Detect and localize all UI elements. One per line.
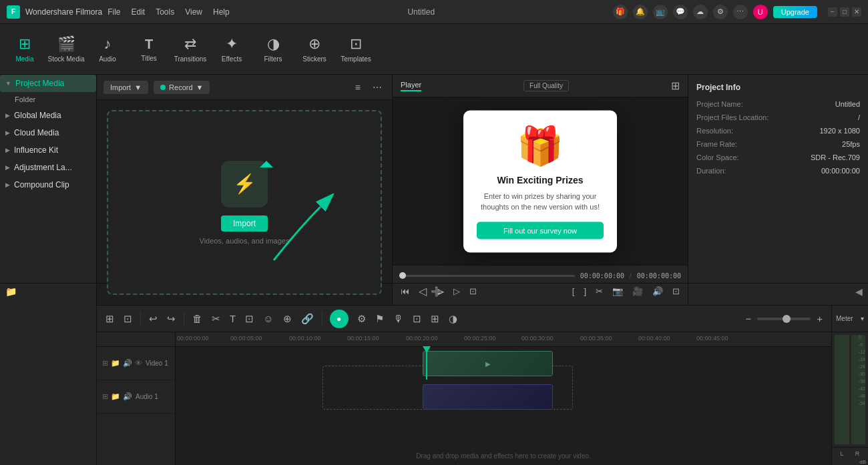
info-resolution-value: 1920 x 1080 (819, 127, 860, 135)
zoom-out-button[interactable]: − (742, 311, 754, 326)
add-track-button[interactable]: ⊞ (102, 311, 118, 327)
compound-clip-header[interactable]: ▶ Compound Clip (0, 176, 96, 193)
cloud-media-label: Cloud Media (14, 128, 59, 137)
color-button[interactable]: ◑ (445, 311, 461, 327)
folder-item[interactable]: Folder (0, 92, 96, 107)
icon-dots[interactable]: ⋯ (733, 5, 748, 19)
video-track-mute-icon[interactable]: 🔊 (123, 359, 132, 368)
video-track-add-icon[interactable]: ⊞ (102, 359, 108, 368)
icon-bell[interactable]: 🔔 (633, 5, 648, 19)
mark-button[interactable]: ⚑ (372, 311, 387, 327)
zoom-section: − + (742, 311, 826, 326)
user-avatar[interactable]: U (753, 5, 768, 19)
more-options-icon[interactable]: ⋯ (369, 81, 385, 94)
global-media-header[interactable]: ▶ Global Media (0, 107, 96, 124)
media-icon: ⊞ (19, 35, 31, 53)
menu-view[interactable]: View (185, 7, 202, 17)
effects-label: Effects (222, 55, 242, 63)
menu-file[interactable]: File (107, 7, 120, 17)
toolbar-titles[interactable]: T Titles (130, 29, 168, 69)
bolt-icon: ⚡ (233, 173, 256, 195)
quality-button[interactable]: Full Quality (523, 80, 569, 91)
audio-track-folder-icon[interactable]: 📁 (111, 392, 120, 401)
meter-db-labels: 0 -6 -12 -18 -24 -30 -36 -42 -48 -54 (859, 335, 865, 406)
audio-track-label: ⊞ 📁 🔊 Audio 1 (97, 380, 175, 414)
maximize-button[interactable]: □ (840, 7, 849, 17)
split-button-tl[interactable]: ✂ (208, 311, 224, 327)
import-button[interactable]: Import ▼ (103, 81, 148, 94)
meter-header: Meter ▾ (832, 306, 868, 332)
subtitle-button[interactable]: ⊡ (409, 311, 425, 327)
channel-L: L (841, 450, 844, 457)
track-select-button[interactable]: ⊡ (120, 311, 136, 327)
meter-menu-icon[interactable]: ▾ (861, 315, 864, 322)
delete-button[interactable]: 🗑 (189, 311, 206, 326)
main-area: ▼ Project Media Folder ▶ Global Media ▶ … (0, 75, 868, 465)
video-track-folder-icon[interactable]: 📁 (111, 359, 120, 368)
effects-icon: ✦ (226, 35, 238, 53)
record-button[interactable]: Record ▼ (154, 81, 210, 94)
progress-track[interactable] (399, 275, 575, 277)
toolbar-audio[interactable]: ♪ Audio (88, 29, 127, 69)
undo-button[interactable]: ↩ (146, 311, 161, 327)
time-separator: / (630, 272, 632, 280)
settings-tl-button[interactable]: ⚙ (354, 311, 369, 327)
mic-button[interactable]: 🎙 (390, 311, 407, 326)
drop-zone[interactable]: ⚡ Import Videos, audios, and images (107, 110, 382, 295)
crop-tl-button[interactable]: ⊡ (242, 311, 257, 327)
drop-import-button[interactable]: Import (221, 215, 268, 231)
toolbar-transitions[interactable]: ⇄ Transitions (171, 29, 210, 69)
video-clip-1[interactable]: ▶ (423, 351, 553, 376)
left-panel: ▼ Project Media Folder ▶ Global Media ▶ … (0, 75, 97, 465)
player-area: 🎁 Win Exciting Prizes Enter to win prize… (393, 97, 688, 265)
adjustment-la-header[interactable]: ▶ Adjustment La... (0, 159, 96, 176)
cloud-media-header[interactable]: ▶ Cloud Media (0, 124, 96, 141)
zoom-in-button[interactable]: + (813, 311, 826, 326)
influence-label: Influence Kit (14, 145, 58, 155)
record-label: Record (169, 83, 192, 91)
icon-cloud[interactable]: ☁ (693, 5, 708, 19)
project-media-label: Project Media (15, 79, 64, 88)
zoom-track[interactable] (757, 318, 811, 320)
toolbar-templates[interactable]: ⊡ Templates (337, 29, 375, 69)
text-button[interactable]: T (226, 311, 239, 326)
center-right-wrapper: Import ▼ Record ▼ ≡ ⋯ (97, 75, 868, 465)
tab-player[interactable]: Player (401, 81, 421, 91)
media-tl-button[interactable]: ⊞ (427, 311, 443, 327)
add-folder-icon[interactable]: 📁 (5, 286, 17, 297)
project-media-header[interactable]: ▼ Project Media (0, 75, 96, 92)
link-button[interactable]: 🔗 (298, 311, 317, 327)
menu-help[interactable]: Help (213, 7, 230, 17)
prize-text: Enter to win prizes by sharing your thou… (477, 190, 604, 212)
icon-gift[interactable]: 🎁 (613, 5, 628, 19)
icon-chat[interactable]: 💬 (673, 5, 688, 19)
close-button[interactable]: ✕ (852, 7, 861, 17)
snap-icon[interactable]: ⊞ (671, 79, 680, 92)
player-tabs: Player Full Quality ⊞ (393, 75, 688, 97)
redo-button[interactable]: ↪ (164, 311, 179, 327)
upgrade-button[interactable]: Upgrade (773, 6, 817, 18)
audio-track-mute-icon[interactable]: 🔊 (123, 392, 132, 401)
tc-5: 00:00:25:00 (464, 335, 496, 342)
audio-track-add-icon[interactable]: ⊞ (102, 392, 108, 401)
video-track-eye-icon[interactable]: 👁 (135, 359, 142, 368)
meter-db-label: dB (832, 459, 868, 465)
menu-edit[interactable]: Edit (132, 7, 146, 17)
snap-toggle[interactable]: ● (330, 310, 349, 328)
emoji-button[interactable]: ☺ (260, 311, 276, 326)
toolbar-stock-media[interactable]: 🎬 Stock Media (47, 29, 85, 69)
minimize-button[interactable]: − (828, 7, 837, 17)
toolbar-stickers[interactable]: ⊕ Stickers (295, 29, 334, 69)
toolbar-media[interactable]: ⊞ Media (5, 29, 44, 69)
menu-tools[interactable]: Tools (156, 7, 174, 17)
icon-monitor[interactable]: 📺 (653, 5, 668, 19)
toolbar-effects[interactable]: ✦ Effects (212, 29, 251, 69)
toolbar-filters[interactable]: ◑ Filters (254, 29, 292, 69)
influence-kit-header[interactable]: ▶ Influence Kit (0, 141, 96, 159)
compound-label: Compound Clip (14, 180, 69, 189)
survey-button[interactable]: Fill out our survey now (477, 221, 604, 239)
icon-settings[interactable]: ⚙ (713, 5, 728, 19)
filter-icon[interactable]: ≡ (352, 81, 364, 94)
plus-tl-button[interactable]: ⊕ (280, 311, 295, 327)
audio-clip-1[interactable] (423, 384, 553, 410)
